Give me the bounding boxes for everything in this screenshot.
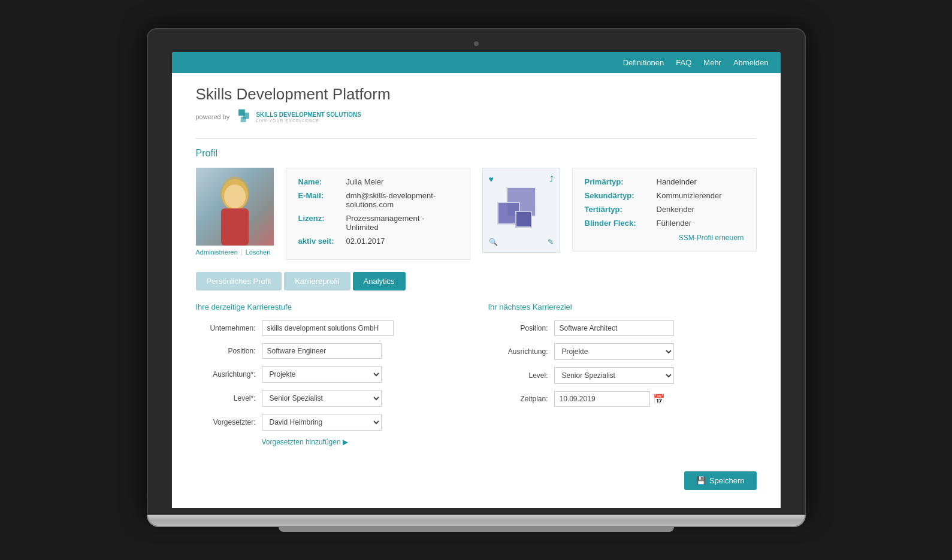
form-row-next-ausrichtung: Ausrichtung: Projekte Führung Expertise <box>488 343 757 360</box>
laptop-base <box>147 515 806 527</box>
profile-info-card: Name: Julia Meier E-Mail: dmh@skills-dev… <box>286 168 470 260</box>
label-blind: Blinder Fleck: <box>585 219 657 228</box>
add-supervisor-link[interactable]: Vorgesetzten hinzufügen ▶ <box>262 438 348 446</box>
label-secondary: Sekundärtyp: <box>585 191 657 200</box>
form-row-vorgesetzter: Vorgesetzter: David Heimbring <box>196 414 464 431</box>
value-tertiary: Denkender <box>657 205 695 214</box>
profile-photo-container: Administrieren | Löschen <box>196 168 274 256</box>
type-row-tertiary: Tertiärtyp: Denkender <box>585 205 744 214</box>
input-zeitplan[interactable] <box>554 391 650 407</box>
type-row-blind: Blinder Fleck: Fühlender <box>585 219 744 228</box>
tabs-section: Persönliches Profil Karriereprofil Analy… <box>196 272 757 290</box>
current-level-column: Ihre derzeitige Karrierestufe Unternehme… <box>196 302 464 453</box>
heart-icon: ♥ <box>489 174 494 184</box>
label-aktiv: aktiv seit: <box>298 237 346 246</box>
ssm-chart <box>489 187 554 235</box>
nav-mehr[interactable]: Mehr <box>703 58 721 67</box>
ssm-renew-link[interactable]: SSM-Profil erneuern <box>585 234 744 242</box>
label-lizenz: Lizenz: <box>298 214 346 223</box>
profile-section: Administrieren | Löschen Name: Julia Mei… <box>196 168 757 260</box>
page-header: Skills Development Platform powered by <box>196 85 757 126</box>
edit-icon[interactable]: ✎ <box>548 238 554 246</box>
label-name: Name: <box>298 177 346 186</box>
nav-faq[interactable]: FAQ <box>676 58 691 67</box>
select-level[interactable]: Senior Spezialist Spezialist Junior Spez… <box>262 390 382 407</box>
save-label: Speichern <box>709 476 745 485</box>
value-email: dmh@skills-development-solutions.com <box>346 191 458 209</box>
label-primary: Primärtyp: <box>585 177 657 186</box>
svg-point-7 <box>224 184 246 208</box>
info-row-name: Name: Julia Meier <box>298 177 458 186</box>
next-goal-title: Ihr nächstes Karriereziel <box>488 302 757 311</box>
type-info-card: Primärtyp: Handelnder Sekundärtyp: Kommu… <box>572 168 757 252</box>
select-next-level[interactable]: Senior Spezialist Spezialist Junior Spez… <box>554 367 674 384</box>
current-level-title: Ihre derzeitige Karrierestufe <box>196 302 464 311</box>
ssm-card-header: ♥ ⤴ <box>489 174 554 184</box>
profile-section-title: Profil <box>196 148 757 159</box>
label-tertiary: Tertiärtyp: <box>585 205 657 214</box>
laptop-bottom <box>279 527 674 532</box>
logo-tagline: LIVE YOUR EXCELLENCE <box>256 119 361 123</box>
share-icon: ⤴ <box>549 174 554 184</box>
zoom-icon[interactable]: 🔍 <box>489 238 498 246</box>
form-row-unternehmen: Unternehmen: <box>196 320 464 336</box>
page-title: Skills Development Platform <box>196 85 757 104</box>
save-button[interactable]: 💾 Speichern <box>684 471 757 490</box>
form-row-next-position: Position: <box>488 320 757 336</box>
photo-administrieren-link[interactable]: Administrieren <box>196 249 238 256</box>
form-row-level: Level*: Senior Spezialist Spezialist Jun… <box>196 390 464 407</box>
input-position[interactable] <box>262 343 382 359</box>
label-next-ausrichtung: Ausrichtung: <box>488 347 548 356</box>
info-row-email: E-Mail: dmh@skills-development-solutions… <box>298 191 458 209</box>
label-next-position: Position: <box>488 324 548 332</box>
value-primary: Handelnder <box>657 177 697 186</box>
value-blind: Fühlender <box>657 219 692 228</box>
profile-photo <box>196 168 274 246</box>
label-level: Level*: <box>196 394 256 402</box>
value-secondary: Kommunizierender <box>657 191 722 200</box>
label-ausrichtung: Ausrichtung*: <box>196 370 256 379</box>
next-goal-column: Ihr nächstes Karriereziel Position: Ausr… <box>488 302 757 453</box>
input-next-position[interactable] <box>554 320 674 336</box>
label-next-level: Level: <box>488 371 548 380</box>
nav-abmelden[interactable]: Abmelden <box>733 58 769 67</box>
select-vorgesetzter[interactable]: David Heimbring <box>262 414 382 431</box>
form-footer: 💾 Speichern <box>196 465 757 490</box>
ssm-block-3 <box>515 211 532 228</box>
form-row-add-supervisor: Vorgesetzten hinzufügen ▶ <box>196 438 464 446</box>
form-row-next-level: Level: Senior Spezialist Spezialist Juni… <box>488 367 757 384</box>
tab-karriereprofil[interactable]: Karriereprofil <box>284 272 350 290</box>
tab-analytics[interactable]: Analytics <box>353 272 406 290</box>
select-ausrichtung[interactable]: Projekte Führung Expertise <box>262 366 382 383</box>
powered-by: powered by SKILLS DEVELOPMENT SOLUTIONS … <box>196 107 757 126</box>
photo-loeschen-link[interactable]: Löschen <box>246 249 271 256</box>
input-unternehmen[interactable] <box>262 320 394 336</box>
value-lizenz: Prozessmanagement - Unlimited <box>346 214 458 232</box>
label-vorgesetzter: Vorgesetzter: <box>196 418 256 426</box>
ssm-blocks-visualization <box>494 187 548 235</box>
tabs: Persönliches Profil Karriereprofil Analy… <box>196 272 757 290</box>
value-name: Julia Meier <box>346 177 384 186</box>
select-next-ausrichtung[interactable]: Projekte Führung Expertise <box>554 343 674 360</box>
logo-name: SKILLS DEVELOPMENT SOLUTIONS <box>256 111 361 119</box>
value-aktiv: 02.01.2017 <box>346 237 385 246</box>
logo: SKILLS DEVELOPMENT SOLUTIONS LIVE YOUR E… <box>234 107 361 126</box>
svg-rect-2 <box>241 117 246 122</box>
photo-actions: Administrieren | Löschen <box>196 249 274 256</box>
laptop-camera <box>474 41 479 46</box>
top-navigation: Definitionen FAQ Mehr Abmelden <box>172 52 781 73</box>
form-row-position: Position: <box>196 343 464 359</box>
ssm-card-footer: 🔍 ✎ <box>489 238 554 246</box>
tab-persoenliches-profil[interactable]: Persönliches Profil <box>196 272 282 290</box>
save-icon: 💾 <box>696 476 706 485</box>
label-zeitplan: Zeitplan: <box>488 395 548 403</box>
type-row-primary: Primärtyp: Handelnder <box>585 177 744 186</box>
info-row-lizenz: Lizenz: Prozessmanagement - Unlimited <box>298 214 458 232</box>
karriere-form: Ihre derzeitige Karrierestufe Unternehme… <box>196 302 757 453</box>
info-row-aktiv: aktiv seit: 02.01.2017 <box>298 237 458 246</box>
calendar-icon[interactable]: 📅 <box>653 393 665 405</box>
ssm-chart-card: ♥ ⤴ 🔍 ✎ <box>482 168 560 253</box>
label-position: Position: <box>196 347 256 355</box>
nav-definitionen[interactable]: Definitionen <box>623 58 664 67</box>
svg-rect-6 <box>221 208 249 246</box>
